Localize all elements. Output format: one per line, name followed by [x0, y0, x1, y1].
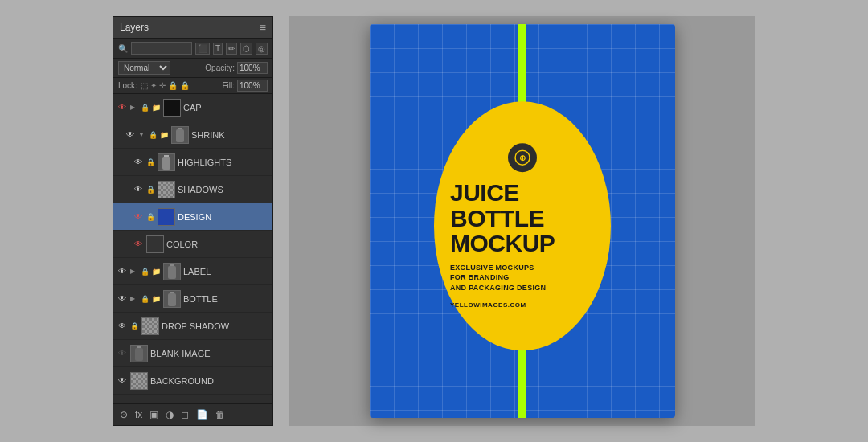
- lock-position-icon[interactable]: ✛: [159, 81, 166, 90]
- add-mask-icon[interactable]: ▣: [148, 407, 160, 422]
- eye-icon[interactable]: 👁: [133, 211, 144, 223]
- layer-row[interactable]: 👁 COLOR: [113, 231, 272, 258]
- layer-name: BOTTLE: [183, 294, 269, 304]
- layer-thumbnail: [158, 181, 175, 198]
- lock-transparency-icon[interactable]: ⬚: [141, 81, 148, 90]
- layers-list: 👁 ▶ 🔒 📁 CAP 👁 ▼ 🔒 📁 SHRINK 👁: [113, 94, 272, 403]
- layer-name: SHRINK: [191, 130, 269, 140]
- layers-search-row: 🔍 ⬛ T ✏ ⬡ ◎: [113, 39, 272, 59]
- new-group-icon[interactable]: ◻: [179, 407, 190, 422]
- expand-arrow: ▶: [130, 295, 138, 302]
- folder-icon: 📁: [152, 295, 161, 303]
- eye-icon[interactable]: 👁: [133, 239, 144, 250]
- svg-rect-7: [170, 292, 174, 293]
- layers-panel: Layers ≡ 🔍 ⬛ T ✏ ⬡ ◎ Normal Multiply Scr…: [113, 16, 273, 426]
- search-icon: 🔍: [118, 44, 128, 53]
- svg-rect-8: [168, 293, 176, 306]
- layer-name: COLOR: [166, 239, 269, 249]
- lock-icon: 🔒: [146, 213, 155, 221]
- link-layers-icon[interactable]: ⊙: [118, 407, 129, 422]
- layers-panel-title: Layers: [120, 22, 149, 33]
- layer-row[interactable]: 👁 ▶ 🔒 📁 LABEL: [113, 258, 272, 285]
- layer-thumbnail: [163, 263, 181, 280]
- layer-thumbnail: [158, 153, 175, 171]
- kind-icon-text[interactable]: T: [213, 43, 223, 55]
- svg-rect-4: [162, 209, 170, 225]
- layer-thumbnail: [146, 235, 164, 253]
- kind-icon-path[interactable]: ✏: [226, 43, 237, 55]
- layer-row[interactable]: 👁 🔒 SHADOWS: [113, 176, 272, 203]
- main-container: Layers ≡ 🔍 ⬛ T ✏ ⬡ ◎ Normal Multiply Scr…: [0, 0, 868, 442]
- lock-label: Lock:: [118, 81, 137, 90]
- layers-footer: ⊙ fx ▣ ◑ ◻ 📄 🗑: [113, 403, 272, 425]
- layer-row[interactable]: 👁 🔒 HIGHLIGHTS: [113, 149, 272, 176]
- expand-arrow: ▶: [130, 104, 138, 111]
- layer-row[interactable]: 👁 BLANK IMAGE: [113, 340, 272, 367]
- eye-icon[interactable]: 👁: [133, 184, 144, 195]
- eye-icon[interactable]: 👁: [117, 293, 128, 305]
- delete-layer-icon[interactable]: 🗑: [214, 407, 227, 422]
- lock-icon: 🔒: [146, 186, 155, 194]
- folder-icon: 📁: [152, 104, 161, 112]
- kind-search-input[interactable]: [131, 42, 192, 55]
- svg-rect-1: [176, 129, 184, 142]
- fill-label: Fill:: [222, 81, 235, 90]
- eye-icon[interactable]: 👁: [117, 348, 128, 359]
- layer-thumbnail: [130, 372, 148, 390]
- layer-name: LABEL: [183, 267, 269, 276]
- eye-icon[interactable]: 👁: [133, 157, 144, 168]
- eye-icon[interactable]: 👁: [117, 321, 128, 332]
- lock-all-icon[interactable]: 🔒: [180, 81, 190, 90]
- mockup-card: ⊕ JUICE BOTTLE MOCKUP EXCLUSIVE MOCKUPSF…: [370, 24, 675, 418]
- lock-icon: 🔒: [130, 322, 139, 330]
- lock-artboard-icon[interactable]: 🔒: [168, 81, 178, 90]
- layer-thumbnail: [163, 99, 181, 117]
- opacity-value[interactable]: 100%: [237, 62, 268, 74]
- lock-icon: 🔒: [141, 268, 149, 276]
- svg-rect-9: [137, 346, 141, 348]
- svg-rect-10: [135, 348, 143, 361]
- bottle-label: ⊕ JUICE BOTTLE MOCKUP EXCLUSIVE MOCKUPSF…: [434, 101, 611, 350]
- layer-name: CAP: [183, 103, 269, 113]
- lock-image-icon[interactable]: ✦: [150, 81, 157, 90]
- new-layer-icon[interactable]: 📄: [194, 407, 210, 422]
- eye-icon[interactable]: 👁: [117, 375, 128, 387]
- label-title-line2: BOTTLE: [450, 206, 595, 231]
- eye-icon[interactable]: 👁: [117, 102, 128, 113]
- kind-icon-smart[interactable]: ◎: [256, 43, 268, 55]
- kind-icon-pixel[interactable]: ⬛: [195, 43, 210, 55]
- layers-menu-icon[interactable]: ≡: [260, 21, 266, 34]
- label-subtitle: EXCLUSIVE MOCKUPSFOR BRANDINGAND PACKAGI…: [450, 263, 595, 293]
- fill-value[interactable]: 100%: [237, 80, 268, 92]
- layer-name: HIGHLIGHTS: [178, 158, 269, 167]
- layer-row[interactable]: 👁 ▶ 🔒 📁 CAP: [113, 94, 272, 121]
- eye-icon[interactable]: 👁: [125, 129, 136, 141]
- expand-arrow: ▼: [138, 131, 146, 138]
- layer-background-row[interactable]: 👁 BACKGROUND: [113, 367, 272, 395]
- layer-thumbnail: [158, 208, 175, 226]
- label-title-line3: MOCKUP: [450, 231, 595, 257]
- label-logo: ⊕: [508, 144, 537, 173]
- layer-row[interactable]: 👁 ▼ 🔒 📁 SHRINK: [113, 121, 272, 149]
- layer-row[interactable]: 👁 🔒 DROP SHADOW: [113, 313, 272, 340]
- canvas-area: ⊕ JUICE BOTTLE MOCKUP EXCLUSIVE MOCKUPSF…: [289, 16, 755, 426]
- layer-name: BLANK IMAGE: [150, 349, 269, 358]
- eye-icon[interactable]: 👁: [117, 266, 128, 277]
- blend-mode-select[interactable]: Normal Multiply Screen: [118, 61, 170, 75]
- label-url: YELLOWIMAGES.COM: [450, 301, 595, 309]
- layers-header: Layers ≡: [113, 17, 272, 39]
- svg-text:⊕: ⊕: [519, 154, 526, 163]
- layer-row[interactable]: 👁 🔒 DESIGN: [113, 203, 272, 231]
- expand-arrow: ▶: [130, 268, 138, 275]
- adjustments-icon[interactable]: ◑: [164, 407, 175, 422]
- layer-background-name: BACKGROUND: [150, 376, 269, 386]
- layers-lock-row: Lock: ⬚ ✦ ✛ 🔒 🔒 Fill: 100%: [113, 78, 272, 94]
- layer-thumbnail: [163, 290, 181, 308]
- layer-name: SHADOWS: [178, 185, 269, 194]
- opacity-label: Opacity:: [205, 63, 235, 72]
- kind-icon-effect[interactable]: ⬡: [240, 43, 252, 55]
- lock-icon: 🔒: [141, 104, 149, 112]
- folder-icon: 📁: [152, 268, 161, 276]
- fx-icon[interactable]: fx: [133, 407, 144, 422]
- layer-row[interactable]: 👁 ▶ 🔒 📁 BOTTLE: [113, 285, 272, 313]
